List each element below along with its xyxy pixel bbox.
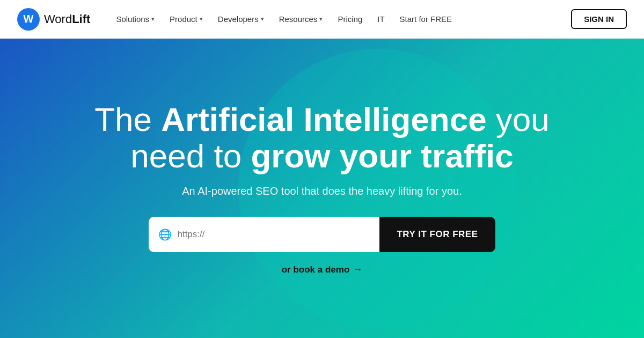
- hero-section: The Artificial Intelligence you need to …: [0, 39, 644, 338]
- hero-subtitle: An AI-powered SEO tool that does the hea…: [80, 185, 564, 197]
- nav-item-start-free[interactable]: Start for FREE: [393, 10, 459, 28]
- hero-title: The Artificial Intelligence you need to …: [80, 101, 564, 174]
- chevron-down-icon: ▾: [200, 16, 203, 23]
- logo-wordmark: WordLift: [44, 12, 90, 26]
- nav-item-product[interactable]: Product ▾: [163, 10, 209, 28]
- nav-item-pricing[interactable]: Pricing: [331, 10, 369, 28]
- globe-icon: 🌐: [158, 228, 172, 241]
- sign-in-button[interactable]: SIGN IN: [571, 9, 627, 29]
- chevron-down-icon: ▾: [151, 16, 155, 23]
- url-input-wrap: 🌐: [149, 217, 379, 252]
- chevron-down-icon: ▾: [319, 16, 323, 23]
- logo[interactable]: W WordLift: [17, 8, 90, 31]
- nav-item-solutions[interactable]: Solutions ▾: [109, 10, 161, 28]
- nav-item-developers[interactable]: Developers ▾: [211, 10, 270, 28]
- hero-content: The Artificial Intelligence you need to …: [80, 101, 564, 275]
- try-free-button[interactable]: TRY IT FOR FREE: [379, 217, 495, 252]
- nav-links: Solutions ▾ Product ▾ Developers ▾ Resou…: [109, 10, 571, 28]
- nav-item-resources[interactable]: Resources ▾: [273, 10, 330, 28]
- navbar: W WordLift Solutions ▾ Product ▾ Develop…: [0, 0, 644, 39]
- logo-icon: W: [17, 8, 40, 31]
- chevron-down-icon: ▾: [261, 16, 264, 23]
- nav-actions: SIGN IN: [571, 9, 627, 29]
- nav-item-it[interactable]: IT: [371, 10, 391, 28]
- arrow-icon: →: [353, 264, 362, 275]
- book-demo-link[interactable]: or book a demo →: [80, 264, 564, 275]
- hero-input-row: 🌐 TRY IT FOR FREE: [80, 217, 564, 252]
- url-input[interactable]: [177, 229, 370, 240]
